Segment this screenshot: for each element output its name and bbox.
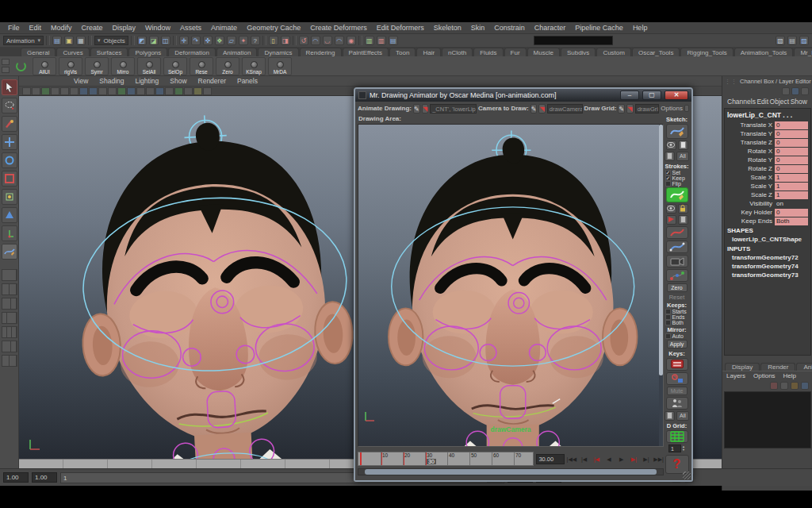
channel-value-field[interactable]: Both [775, 217, 808, 225]
viewport-toolbar-icon[interactable] [174, 87, 183, 95]
blue-curve-tool-button[interactable] [666, 241, 688, 253]
shelf-tab[interactable]: Hair [416, 48, 441, 56]
flip-checkbox[interactable]: Flip [665, 181, 689, 187]
minimize-button[interactable]: – [620, 90, 639, 100]
shelf-tab[interactable]: Animation [216, 48, 258, 56]
viewport-toolbar-icon[interactable] [60, 87, 69, 95]
shelf-tab[interactable]: Curves [56, 48, 89, 56]
viewport-toolbar-icon[interactable] [70, 87, 79, 95]
pencil-icon[interactable]: ✎ [530, 104, 538, 114]
shelf-button[interactable]: SelOp [163, 57, 187, 75]
menu-item[interactable]: Create [77, 24, 108, 32]
render-settings-icon[interactable]: ▤ [389, 36, 398, 45]
channel-value-field[interactable]: 1 [775, 191, 808, 199]
layout-persp-graph[interactable] [2, 326, 17, 338]
menu-item[interactable]: Help [628, 24, 653, 32]
menu-item[interactable]: Window [140, 24, 175, 32]
shelf-button[interactable]: Zero [216, 57, 239, 75]
selection-mask-dropdown[interactable]: ▾Objects [94, 36, 128, 45]
help-inline-icon[interactable]: ? [251, 36, 260, 45]
playback-start-field[interactable]: 1.00 [3, 472, 29, 483]
snap-magnet4-icon[interactable]: ◉ [347, 36, 356, 45]
shelf-button[interactable]: Rese [190, 57, 213, 75]
window-titlebar[interactable]: Mr. Drawing Animator by Oscar Medina [on… [355, 89, 691, 102]
viewport-toolbar-icon[interactable] [127, 87, 136, 95]
viewport-toolbar-icon[interactable] [155, 87, 164, 95]
snap-surface-icon[interactable]: ❖ [215, 36, 224, 45]
auto-mirror-checkbox[interactable]: Auto [665, 333, 689, 339]
select-hierarchy-icon[interactable]: ◩ [137, 36, 147, 45]
resize-grip[interactable] [683, 471, 691, 479]
set-key-button[interactable] [666, 358, 688, 371]
new-empty-layer-icon[interactable] [780, 382, 788, 390]
layer-list[interactable] [724, 391, 811, 448]
channel-box-menu-item[interactable]: Edit [756, 98, 768, 106]
snap-point-icon[interactable]: ✜ [203, 36, 213, 45]
shelf-tab[interactable]: Rendering [300, 48, 342, 56]
delete-stroke-icon[interactable] [666, 215, 676, 225]
shape-node-name[interactable]: lowerLip_C_CNTShape [726, 235, 810, 244]
shelf-tab[interactable]: Surfaces [90, 48, 128, 56]
snap-grid-icon[interactable]: ✛ [179, 36, 189, 45]
select-object-icon[interactable]: ◪ [149, 36, 159, 45]
anim-start-field[interactable]: 1.00 [32, 472, 57, 483]
key-timing-button[interactable] [666, 372, 688, 385]
universal-manip-tool[interactable] [2, 189, 17, 205]
load-selection-icon[interactable]: ◥ [422, 104, 428, 114]
lock-icon[interactable]: ▯ [269, 36, 278, 45]
shelf-tab[interactable]: Muscle [527, 48, 560, 56]
play-forwards-button[interactable]: ▶ [616, 454, 626, 464]
channel-value-field[interactable]: 0 [775, 209, 808, 217]
snap-magnet2-icon[interactable]: ◡ [323, 36, 332, 45]
attribute-editor-toggle-icon[interactable]: ▨ [799, 36, 809, 45]
current-frame-field[interactable]: 30.00 [536, 454, 564, 464]
load-selection-icon[interactable]: ◥ [538, 104, 545, 114]
viewport-toolbar-icon[interactable] [98, 87, 107, 95]
manip-channel-icon[interactable] [782, 87, 790, 95]
input-node-name[interactable]: transformGeometry72 [726, 253, 810, 262]
channel-value-field[interactable]: 0 [775, 165, 808, 173]
channel-value-field[interactable]: 0 [775, 156, 808, 164]
viewport-toolbar-icon[interactable] [51, 87, 59, 95]
motion-trail-button[interactable] [666, 269, 688, 282]
shelf-button[interactable]: AllUI [33, 57, 56, 75]
go-to-end-button[interactable]: ▶▶| [653, 454, 664, 464]
open-scene-icon[interactable]: ▣ [64, 36, 74, 45]
draw-stroke-button-active[interactable] [666, 187, 688, 202]
menu-item[interactable]: Animate [206, 24, 242, 32]
layout-persp-outliner[interactable] [2, 312, 17, 324]
shelf-tab[interactable]: General [21, 48, 56, 56]
last-tool-sketch[interactable] [2, 244, 17, 260]
lasso-tool[interactable] [2, 98, 17, 114]
camera-to-draw-field[interactable]: drawCamera [547, 104, 583, 114]
character-keys-button[interactable] [666, 397, 688, 410]
menu-item[interactable]: Edit Deformers [372, 24, 429, 32]
viewport-menu-item[interactable]: Shading [94, 77, 129, 85]
starts-checkbox[interactable]: Starts [665, 309, 689, 314]
pencil-icon[interactable]: ✎ [413, 104, 420, 114]
show-manip-tool[interactable] [2, 225, 17, 241]
make-live-icon[interactable]: ✦ [239, 36, 248, 45]
new-layer-icon[interactable] [770, 382, 778, 390]
construction-history-icon[interactable]: ↺ [299, 36, 308, 45]
shelf-button[interactable]: SelAll [137, 57, 161, 75]
ipr-render-icon[interactable]: ▥ [377, 36, 386, 45]
viewport-toolbar-icon[interactable] [79, 87, 88, 95]
layer-editor-tab[interactable]: Display [725, 363, 760, 371]
viewport-toolbar-icon[interactable] [165, 87, 174, 95]
ends-checkbox[interactable]: Ends [665, 314, 689, 320]
shelf-tab[interactable]: Dynamics [258, 48, 298, 56]
frame-ruler[interactable]: 10 20 30 40 50 60 70 80 30 [358, 452, 534, 466]
layer-editor-menu-item[interactable]: Layers [726, 372, 745, 379]
select-all-strokes-button[interactable]: All [676, 152, 689, 161]
grid-size-stepper[interactable]: 1 ▲▼ [668, 444, 685, 452]
zero-button[interactable]: Zero [667, 283, 688, 292]
layer-move-down-icon[interactable] [801, 382, 809, 390]
channel-value-field[interactable]: 0 [775, 139, 808, 147]
channel-box-menu-item[interactable]: Show [791, 98, 807, 106]
layer-editor-menu-item[interactable]: Options [753, 372, 776, 379]
channelbox-toggle-icon[interactable]: ▤ [787, 36, 797, 45]
menu-item[interactable]: Display [108, 24, 141, 32]
shelf-tab[interactable]: Custom [596, 48, 631, 56]
channel-value-field[interactable]: 0 [775, 148, 808, 156]
